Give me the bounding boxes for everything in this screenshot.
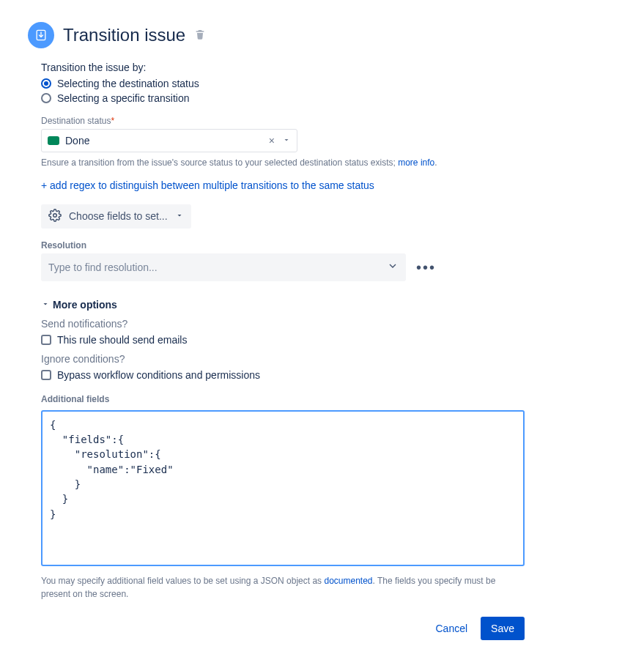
- send-emails-checkbox[interactable]: This rule should send emails: [41, 334, 603, 346]
- choose-fields-button[interactable]: Choose fields to set...: [41, 204, 191, 229]
- gear-icon: [48, 209, 62, 224]
- resolution-select[interactable]: Type to find resolution...: [41, 253, 406, 281]
- delete-icon[interactable]: [194, 29, 206, 42]
- status-done-lozenge: [48, 136, 59, 145]
- clear-icon[interactable]: ×: [267, 135, 276, 146]
- cancel-button[interactable]: Cancel: [428, 617, 475, 640]
- more-info-link[interactable]: more info: [398, 157, 434, 168]
- send-emails-label: This rule should send emails: [57, 334, 187, 346]
- bypass-conditions-checkbox[interactable]: Bypass workflow conditions and permissio…: [41, 369, 603, 381]
- radio-specific-transition[interactable]: Selecting a specific transition: [41, 92, 603, 104]
- chevron-down-icon: [175, 210, 184, 222]
- checkbox-unchecked-icon: [41, 370, 51, 380]
- radio-checked-icon: [41, 78, 51, 89]
- resolution-label: Resolution: [41, 240, 603, 250]
- more-actions-icon[interactable]: •••: [416, 260, 436, 275]
- chevron-down-icon: [387, 260, 399, 274]
- transition-by-label: Transition the issue by:: [41, 62, 603, 73]
- destination-status-select[interactable]: Done ×: [41, 129, 297, 152]
- page-title: Transition issue: [63, 25, 185, 45]
- more-options-toggle[interactable]: More options: [41, 299, 603, 311]
- destination-status-help: Ensure a transition from the issue's sou…: [41, 157, 603, 169]
- svg-point-0: [53, 214, 57, 218]
- choose-fields-label: Choose fields to set...: [69, 210, 168, 222]
- destination-status-label: Destination status*: [41, 116, 603, 126]
- additional-fields-label: Additional fields: [41, 394, 603, 404]
- checkbox-unchecked-icon: [41, 335, 51, 345]
- chevron-down-icon: [41, 299, 50, 311]
- transition-issue-icon: [28, 22, 54, 48]
- send-notifications-label: Send notifications?: [41, 318, 603, 330]
- chevron-down-icon[interactable]: [282, 135, 291, 146]
- bypass-conditions-label: Bypass workflow conditions and permissio…: [57, 369, 260, 381]
- add-regex-link[interactable]: + add regex to distinguish between multi…: [41, 179, 603, 191]
- more-options-label: More options: [53, 299, 117, 311]
- radio-destination-status[interactable]: Selecting the destination status: [41, 78, 603, 89]
- radio-specific-label: Selecting a specific transition: [57, 92, 190, 104]
- resolution-placeholder: Type to find resolution...: [48, 261, 158, 273]
- additional-fields-textarea[interactable]: [41, 410, 525, 566]
- ignore-conditions-label: Ignore conditions?: [41, 353, 603, 365]
- destination-status-value: Done: [65, 135, 262, 146]
- additional-fields-note: You may specify additional field values …: [41, 574, 525, 601]
- save-button[interactable]: Save: [481, 617, 525, 640]
- documented-link[interactable]: documented: [324, 576, 372, 586]
- radio-unchecked-icon: [41, 93, 51, 103]
- radio-destination-label: Selecting the destination status: [57, 78, 199, 89]
